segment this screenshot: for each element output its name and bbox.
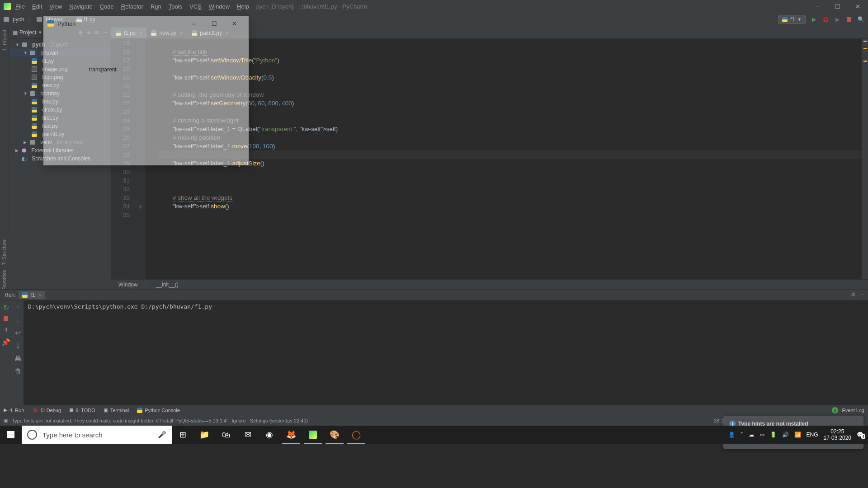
pin-button[interactable]: 📌 bbox=[1, 338, 10, 347]
meet-now-icon[interactable]: ▭ bbox=[760, 432, 764, 438]
print-button[interactable]: 🖶 bbox=[14, 355, 22, 363]
run-toolbar-2: ↑ ↓ ↩ ⤓ 🖶 🗑 bbox=[12, 300, 24, 405]
menu-vcs[interactable]: VCS bbox=[189, 3, 202, 10]
pycharm-taskbar-icon[interactable] bbox=[302, 426, 324, 444]
trash-button[interactable]: 🗑 bbox=[14, 367, 22, 375]
chevron-right-icon: 〉 bbox=[28, 15, 33, 23]
jupyter-icon[interactable]: ◯ bbox=[345, 426, 367, 444]
search-placeholder: Type here to search bbox=[42, 431, 103, 439]
status-quick-access-icon[interactable]: ▣ bbox=[4, 418, 8, 423]
debug-button[interactable]: 🐞 bbox=[822, 16, 829, 23]
python-file-icon bbox=[22, 292, 28, 298]
crumb-method[interactable]: __init__() bbox=[156, 282, 179, 288]
python-file-icon bbox=[782, 17, 788, 22]
pyqt-output-window[interactable]: Python ─ ☐ ✕ transparent bbox=[43, 16, 249, 165]
windows-taskbar: Type here to search 🎤 ⊞ 📁 🛍 ✉ ◉ 🦊 🎨 ◯ 👤 … bbox=[0, 426, 868, 444]
pyqt-titlebar[interactable]: Python ─ ☐ ✕ bbox=[44, 17, 248, 30]
menu-code[interactable]: Code bbox=[100, 3, 114, 10]
action-center-icon[interactable]: 💬4 bbox=[857, 432, 863, 438]
onedrive-icon[interactable]: ☁ bbox=[749, 432, 754, 438]
menu-refactor[interactable]: Refactor bbox=[121, 3, 143, 10]
predator-icon[interactable]: ◉ bbox=[259, 426, 280, 444]
maximize-button[interactable]: ☐ bbox=[827, 0, 848, 13]
tool-run[interactable]: ▶4: Run bbox=[4, 407, 24, 413]
menu-navigate[interactable]: Navigate bbox=[69, 3, 92, 10]
chevron-right-icon: 〉 bbox=[144, 281, 150, 288]
main-menu: File Edit View Navigate Code Refactor Ru… bbox=[15, 3, 249, 10]
event-log-badge: 2 bbox=[832, 407, 838, 413]
close-button[interactable]: ✕ bbox=[848, 0, 868, 13]
menu-tools[interactable]: Tools bbox=[169, 3, 182, 10]
title-bar: File Edit View Navigate Code Refactor Ru… bbox=[0, 0, 868, 13]
menu-edit[interactable]: Edit bbox=[32, 3, 42, 10]
project-tool-tab[interactable]: 1: Project bbox=[2, 30, 7, 51]
stop-button[interactable] bbox=[845, 16, 853, 23]
file-explorer-icon[interactable]: 📁 bbox=[193, 426, 215, 444]
hide-panel-icon[interactable]: ─ bbox=[860, 291, 864, 298]
wifi-icon[interactable]: 📶 bbox=[794, 432, 801, 438]
up-button[interactable]: ↑ bbox=[16, 303, 20, 311]
run-config-name: f1 bbox=[790, 16, 795, 23]
minimize-button[interactable]: ─ bbox=[807, 0, 827, 13]
task-view-button[interactable]: ⊞ bbox=[172, 426, 193, 444]
paint-icon[interactable]: 🎨 bbox=[324, 426, 345, 444]
taskbar-clock[interactable]: 02:25 17-03-2020 bbox=[824, 428, 851, 441]
pycharm-logo-icon bbox=[4, 3, 11, 10]
taskbar-search[interactable]: Type here to search 🎤 bbox=[22, 426, 172, 444]
menu-run[interactable]: Run bbox=[151, 3, 161, 10]
menu-help[interactable]: Help bbox=[237, 3, 249, 10]
mail-icon[interactable]: ✉ bbox=[237, 426, 259, 444]
error-stripe[interactable] bbox=[862, 39, 868, 279]
ms-store-icon[interactable]: 🛍 bbox=[215, 426, 237, 444]
tool-python-console[interactable]: Python Console bbox=[137, 408, 180, 413]
tool-terminal[interactable]: ▣Terminal bbox=[104, 407, 129, 413]
soft-wrap-button[interactable]: ↩ bbox=[15, 328, 21, 337]
volume-icon[interactable]: 🔊 bbox=[782, 432, 789, 438]
close-tab-icon[interactable]: × bbox=[38, 292, 41, 298]
tool-todo[interactable]: ≣6: TODO bbox=[69, 407, 95, 413]
down-button[interactable]: ↓ bbox=[16, 316, 20, 324]
rerun-button[interactable]: ↻ bbox=[3, 303, 9, 312]
pyqt-maximize-button[interactable]: ☐ bbox=[204, 17, 224, 30]
run-config-selector[interactable]: f1 ▼ bbox=[778, 15, 806, 24]
chevron-down-icon[interactable]: ▼ bbox=[38, 30, 42, 35]
window-title-path: pych [D:\pych] - ..\bhuvan\f1.py - PyCha… bbox=[256, 3, 367, 10]
language-indicator[interactable]: ENG bbox=[807, 432, 818, 438]
status-message: Type hints are not installed: They could… bbox=[12, 418, 308, 423]
crumb-class[interactable]: Window bbox=[118, 282, 138, 288]
status-position[interactable]: 28:1 bbox=[714, 418, 723, 423]
run-tab[interactable]: f1 × bbox=[19, 291, 45, 299]
layout-button[interactable]: ⫞ bbox=[4, 325, 8, 333]
folder-icon bbox=[37, 17, 42, 22]
firefox-icon[interactable]: 🦊 bbox=[280, 426, 302, 444]
battery-icon[interactable]: 🔋 bbox=[770, 432, 777, 438]
tool-debug[interactable]: 🐞5: Debug bbox=[32, 407, 61, 413]
run-toolbar: ↻ ⫞ 📌 bbox=[0, 300, 12, 405]
run-coverage-button[interactable]: ▶ bbox=[834, 16, 841, 23]
breadcrumb-pych[interactable]: pych bbox=[13, 16, 24, 23]
stop-button[interactable] bbox=[4, 316, 8, 321]
menu-window[interactable]: Window bbox=[209, 3, 230, 10]
settings-gear-icon[interactable]: ⚙ bbox=[851, 291, 856, 298]
run-button[interactable]: ▶ bbox=[810, 16, 817, 23]
pyqt-minimize-button[interactable]: ─ bbox=[184, 17, 204, 30]
pyqt-close-button[interactable]: ✕ bbox=[224, 17, 245, 30]
people-icon[interactable]: 👤 bbox=[728, 432, 735, 438]
tray-chevron-icon[interactable]: ˄ bbox=[741, 432, 743, 438]
menu-file[interactable]: File bbox=[15, 3, 25, 10]
tool-event-log[interactable]: Event Log bbox=[842, 408, 864, 413]
search-everywhere-button[interactable]: 🔍 bbox=[857, 16, 864, 23]
mic-icon[interactable]: 🎤 bbox=[158, 431, 166, 439]
project-panel-title[interactable]: Project bbox=[19, 29, 36, 36]
run-panel: Run: f1 × ⚙ ─ ↻ ⫞ 📌 ↑ ↓ ↩ ⤓ 🖶 🗑 D:\pych\… bbox=[0, 289, 868, 405]
structure-tool-tab[interactable]: 7: Structure bbox=[1, 239, 7, 265]
editor-breadcrumb: Window 〉 __init__() bbox=[111, 279, 868, 289]
run-output[interactable]: D:\pych\venv\Scripts\python.exe D:/pych/… bbox=[24, 300, 868, 405]
menu-view[interactable]: View bbox=[49, 3, 62, 10]
code-content[interactable]: # set the title "kw-self">self.setWindow… bbox=[146, 39, 868, 279]
scroll-end-button[interactable]: ⤓ bbox=[15, 342, 21, 350]
start-button[interactable] bbox=[0, 426, 22, 444]
chevron-down-icon: ▼ bbox=[797, 17, 802, 22]
system-tray: 👤 ˄ ☁ ▭ 🔋 🔊 📶 ENG 02:25 17-03-2020 💬4 bbox=[724, 428, 868, 441]
pyqt-label: transparent bbox=[89, 66, 117, 73]
